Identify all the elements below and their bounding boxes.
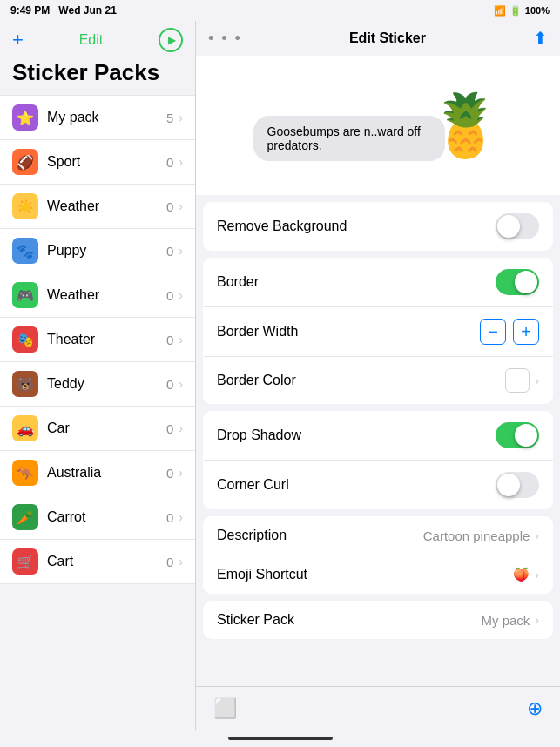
- bottom-toolbar: ⬜ ⊕: [196, 686, 560, 730]
- emoji-shortcut-row[interactable]: Emoji Shortcut 🍑 ›: [203, 555, 553, 594]
- sidebar-item-car[interactable]: 🚗 Car 0 ›: [0, 407, 195, 451]
- item-icon-theater: 🎭: [12, 326, 38, 353]
- item-chevron-puppy: ›: [179, 244, 183, 258]
- item-chevron-carrot: ›: [179, 510, 183, 524]
- bottom-right-icon[interactable]: ⊕: [527, 697, 543, 720]
- description-chevron: ›: [535, 528, 539, 542]
- item-count-car: 0: [166, 421, 173, 436]
- item-count-my-pack: 5: [166, 111, 173, 125]
- edit-button[interactable]: Edit: [79, 32, 104, 48]
- item-name-my-pack: My pack: [47, 110, 166, 125]
- play-button[interactable]: ▶: [159, 28, 183, 52]
- right-header: • • • Edit Sticker ⬆: [196, 21, 560, 56]
- sidebar-list: ⭐ My pack 5 › 🏈 Sport 0 › ☀️ Weather 0 ›…: [0, 95, 195, 730]
- border-toggle[interactable]: [496, 269, 539, 295]
- bubble-text: Goosebumps are n..ward off predators.: [267, 124, 421, 152]
- item-emoji-weather: ☀️: [17, 199, 34, 215]
- emoji-shortcut-label: Emoji Shortcut: [217, 567, 513, 582]
- item-count-carrot: 0: [166, 510, 173, 525]
- sidebar-title: Sticker Packs: [0, 56, 195, 95]
- sticker-pack-row[interactable]: Sticker Pack My pack ›: [203, 601, 553, 639]
- item-name-carrot: Carrot: [47, 509, 166, 525]
- border-width-plus[interactable]: +: [513, 319, 539, 345]
- border-color-row: Border Color ›: [203, 357, 553, 404]
- remove-bg-toggle[interactable]: [496, 213, 539, 239]
- border-width-minus[interactable]: −: [480, 319, 506, 345]
- share-icon[interactable]: ⬆: [533, 28, 548, 49]
- sidebar-item-teddy[interactable]: 🐻 Teddy 0 ›: [0, 362, 195, 407]
- description-label: Description: [217, 528, 423, 543]
- right-panel: • • • Edit Sticker ⬆ Goosebumps are n..w…: [196, 21, 560, 730]
- item-chevron-my-pack: ›: [179, 111, 183, 124]
- status-bar: 9:49 PM Wed Jun 21 📶 🔋 100%: [0, 0, 560, 21]
- border-row: Border: [203, 258, 553, 307]
- border-color-label: Border Color: [217, 373, 505, 388]
- sidebar-item-sport[interactable]: 🏈 Sport 0 ›: [0, 140, 195, 185]
- item-count-sport: 0: [166, 155, 173, 170]
- section-remove-bg: Remove Background: [203, 202, 553, 251]
- item-icon-sport: 🏈: [12, 149, 38, 175]
- status-left: 9:49 PM Wed Jun 21: [10, 4, 117, 17]
- item-chevron-teddy: ›: [179, 377, 183, 391]
- corner-curl-row: Corner Curl: [203, 461, 553, 509]
- drop-shadow-row: Drop Shadow: [203, 411, 553, 461]
- date: Wed Jun 21: [58, 4, 116, 17]
- item-name-puppy: Puppy: [47, 243, 166, 259]
- item-count-theater: 0: [166, 333, 173, 347]
- bottom-left-icon[interactable]: ⬜: [213, 697, 237, 720]
- main-container: + Edit ▶ Sticker Packs ⭐ My pack 5 › 🏈 S…: [0, 21, 560, 730]
- home-bar: [228, 737, 333, 740]
- section-border: Border Border Width − + Border Color ›: [203, 258, 553, 404]
- item-icon-my-pack: ⭐: [12, 104, 38, 131]
- remove-bg-label: Remove Background: [217, 219, 496, 234]
- item-icon-cart: 🛒: [12, 548, 38, 575]
- item-count-weather: 0: [166, 199, 173, 214]
- item-count-teddy: 0: [166, 377, 173, 392]
- battery-icon: 🔋: [509, 5, 522, 17]
- sidebar-item-my-pack[interactable]: ⭐ My pack 5 ›: [0, 95, 195, 140]
- border-color-chevron: ›: [535, 374, 539, 387]
- item-name-theater: Theater: [47, 332, 166, 347]
- item-emoji-weather2: 🎮: [17, 287, 34, 304]
- item-emoji-sport: 🏈: [17, 154, 34, 171]
- sidebar-header: + Edit ▶: [0, 21, 195, 56]
- corner-curl-label: Corner Curl: [217, 477, 496, 493]
- item-chevron-weather2: ›: [179, 288, 183, 302]
- sidebar-item-puppy[interactable]: 🐾 Puppy 0 ›: [0, 229, 195, 273]
- drop-shadow-toggle[interactable]: [496, 422, 539, 448]
- item-icon-teddy: 🐻: [12, 371, 38, 397]
- item-name-car: Car: [47, 421, 166, 436]
- border-width-stepper: − +: [480, 319, 539, 345]
- description-value: Cartoon pineapple: [423, 528, 530, 543]
- home-indicator: [0, 730, 560, 747]
- item-chevron-australia: ›: [179, 466, 183, 480]
- item-name-cart: Cart: [47, 554, 166, 569]
- sidebar-item-australia[interactable]: 🦘 Australia 0 ›: [0, 451, 195, 495]
- item-icon-weather2: 🎮: [12, 282, 38, 308]
- item-chevron-sport: ›: [179, 155, 183, 169]
- border-color-swatch[interactable]: [505, 368, 530, 393]
- section-meta: Description Cartoon pineapple › Emoji Sh…: [203, 516, 553, 594]
- corner-curl-toggle[interactable]: [496, 472, 539, 498]
- section-sticker-pack: Sticker Pack My pack ›: [203, 601, 553, 639]
- sticker-pack-label: Sticker Pack: [217, 612, 481, 628]
- border-width-label: Border Width: [217, 324, 480, 340]
- sidebar-item-cart[interactable]: 🛒 Cart 0 ›: [0, 540, 195, 584]
- speech-bubble: Goosebumps are n..ward off predators.: [253, 116, 445, 161]
- emoji-shortcut-value: 🍑: [513, 567, 530, 582]
- drop-shadow-label: Drop Shadow: [217, 427, 496, 443]
- item-icon-australia: 🦘: [12, 460, 38, 486]
- item-chevron-cart: ›: [179, 555, 183, 569]
- sidebar-item-theater[interactable]: 🎭 Theater 0 ›: [0, 318, 195, 362]
- emoji-shortcut-chevron: ›: [535, 568, 539, 582]
- panel-title: Edit Sticker: [349, 30, 426, 46]
- item-name-weather: Weather: [47, 199, 166, 214]
- sidebar-item-weather[interactable]: ☀️ Weather 0 ›: [0, 185, 195, 229]
- add-button[interactable]: +: [12, 30, 24, 50]
- item-emoji-teddy: 🐻: [17, 376, 34, 393]
- sidebar-item-weather2[interactable]: 🎮 Weather 0 ›: [0, 273, 195, 318]
- item-emoji-car: 🚗: [17, 421, 34, 437]
- battery-level: 100%: [525, 5, 550, 16]
- description-row[interactable]: Description Cartoon pineapple ›: [203, 516, 553, 555]
- sidebar-item-carrot[interactable]: 🥕 Carrot 0 ›: [0, 495, 195, 540]
